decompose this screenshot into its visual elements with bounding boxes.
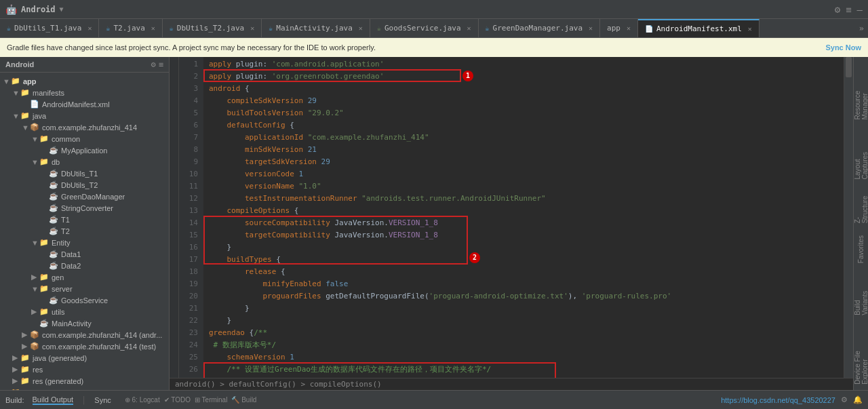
xml-file-icon: 📄 <box>645 25 653 33</box>
local-icon[interactable]: ⊕ 6: Logcat <box>125 396 160 404</box>
arrow-icon: ▶ <box>12 365 20 374</box>
tree-item-gen[interactable]: ▶ 📁 gen <box>0 271 169 283</box>
z-structure-vtab[interactable]: Z-Structure <box>852 186 869 229</box>
tab-close-icon[interactable]: ✕ <box>589 24 593 32</box>
folder-icon: 📁 <box>39 284 49 293</box>
tree-item-package[interactable]: ▼ 📦 com.example.zhufanzhi_414 <box>0 121 169 133</box>
favorites-vtab[interactable]: Favorites <box>856 230 866 269</box>
sidebar-menu-icon[interactable]: ≡ <box>159 60 163 69</box>
code-content[interactable]: 1 2 3 apply plugin: 'com.android.applica… <box>203 57 844 378</box>
tree-item-myapplication[interactable]: ☕ MyApplication <box>0 144 169 156</box>
tree-item-greendao[interactable]: ☕ GreenDaoManager <box>0 191 169 202</box>
java-file-icon: ☕ <box>39 319 49 328</box>
arrow-icon: ▶ <box>12 376 20 385</box>
tab-t2[interactable]: ☕ T2.java ✕ <box>99 19 162 37</box>
code-line: } <box>209 303 844 315</box>
tree-label: manifests <box>33 89 64 97</box>
tab-close-icon[interactable]: ✕ <box>748 25 752 33</box>
line-numbers: 12345 678910 1112131415 1617181920 21222… <box>179 57 203 378</box>
layout-captures-vtab[interactable]: Layout Captures <box>852 127 869 185</box>
tree-label: app <box>23 77 37 85</box>
tab-goodsservice[interactable]: ☕ GoodsService.java ✕ <box>370 19 479 37</box>
tree-label: DbUtils_T1 <box>61 170 98 178</box>
sync-now-button[interactable]: Sync Now <box>825 43 861 52</box>
breadcrumb: android() > defaultConfig() > compileOpt… <box>175 380 382 389</box>
menu-icon[interactable]: ≡ <box>846 4 851 15</box>
tree-item-stringconverter[interactable]: ☕ StringConverter <box>0 202 169 214</box>
settings-icon[interactable]: ⚙ <box>835 4 840 15</box>
vertical-scrollbar[interactable] <box>844 57 853 378</box>
java-file-icon: ☕ <box>49 227 58 235</box>
tab-mainactivity[interactable]: ☕ MainActivity.java ✕ <box>262 19 370 37</box>
tab-label: DbUtils_T1.java <box>14 24 81 33</box>
tree-item-dbutilst1[interactable]: ☕ DbUtils_T1 <box>0 168 169 179</box>
tab-label: MainActivity.java <box>276 24 353 33</box>
tree-label: utils <box>52 308 65 316</box>
tab-close-icon[interactable]: ✕ <box>467 24 471 32</box>
package-icon: 📦 <box>30 330 39 339</box>
tab-label: AndroidManifest.xml <box>656 24 742 33</box>
minimize-icon[interactable]: — <box>857 4 863 15</box>
tab-androidmanifest[interactable]: 📄 AndroidManifest.xml ✕ <box>638 19 760 37</box>
tree-item-androidmanifest[interactable]: 📄 AndroidManifest.xml <box>0 98 169 110</box>
tree-label: java (generated) <box>33 354 87 362</box>
tree-item-manifests[interactable]: ▼ 📁 manifests <box>0 87 169 98</box>
tab-dbutilst1[interactable]: ☕ DbUtils_T1.java ✕ <box>0 19 99 37</box>
notifications-icon[interactable]: 🔔 <box>853 395 863 404</box>
build-icon[interactable]: 🔨 Build <box>231 396 256 404</box>
tree-item-data1[interactable]: ☕ Data1 <box>0 248 169 260</box>
tree-item-java-generated[interactable]: ▶ 📁 java (generated) <box>0 352 169 364</box>
tree-item-server[interactable]: ▼ 📁 server <box>0 283 169 294</box>
tab-close-icon[interactable]: ✕ <box>87 24 92 32</box>
tree-item-res[interactable]: ▶ 📁 res <box>0 364 169 375</box>
tree-item-data2[interactable]: ☕ Data2 <box>0 260 169 271</box>
tree-item-goodsservice[interactable]: ☕ GoodsService <box>0 294 169 306</box>
java-file-icon: ☕ <box>49 169 58 178</box>
build-variants-vtab[interactable]: Build Variants <box>852 271 869 321</box>
dropdown-icon[interactable]: ▼ <box>60 5 64 13</box>
tab-greendaomanager[interactable]: ☕ GreenDaoManager.java ✕ <box>479 19 601 37</box>
arrow-icon: ▶ <box>22 342 30 351</box>
tab-close-icon[interactable]: ✕ <box>250 24 254 32</box>
tab-dbutilst2[interactable]: ☕ DbUtils_T2.java ✕ <box>163 19 262 37</box>
tree-item-pkg-test[interactable]: ▶ 📦 com.example.zhufanzhi_414 (test) <box>0 340 169 352</box>
device-file-explorer-vtab[interactable]: Device File Explorer <box>852 322 869 390</box>
java-file-icon: ☕ <box>49 180 58 189</box>
tree-label: GoodsService <box>61 296 108 305</box>
code-line: versionCode 1 <box>209 168 844 180</box>
top-bar-icons: ⚙ ≡ — <box>835 4 863 15</box>
sync-button[interactable]: Sync <box>94 396 111 404</box>
tab-overflow[interactable]: » <box>855 19 868 37</box>
tab-close-icon[interactable]: ✕ <box>151 24 155 32</box>
code-line: buildTypes { <box>209 254 844 266</box>
tree-item-t1[interactable]: ☕ T1 <box>0 214 169 225</box>
tree-item-common[interactable]: ▼ 📁 common <box>0 133 169 144</box>
tab-close-icon[interactable]: ✕ <box>359 24 363 32</box>
tree-label: com.example.zhufanzhi_414 (andr... <box>42 331 162 339</box>
tree-item-t2[interactable]: ☕ T2 <box>0 225 169 237</box>
tree-item-mainactivity[interactable]: ☕ MainActivity <box>0 317 169 329</box>
tab-close-icon[interactable]: ✕ <box>627 24 631 32</box>
tree-label: StringConverter <box>61 204 113 212</box>
settings-icon[interactable]: ⚙ <box>841 395 848 404</box>
tree-item-db[interactable]: ▼ 📁 db <box>0 156 169 168</box>
tab-app[interactable]: app ✕ <box>600 19 638 37</box>
java-file-icon: ☕ <box>49 261 58 270</box>
folder-icon: 📁 <box>20 111 30 120</box>
terminal-icon[interactable]: ⊞ Terminal <box>195 396 227 404</box>
tree-item-pkg-android[interactable]: ▶ 📦 com.example.zhufanzhi_414 (andr... <box>0 329 169 340</box>
tree-item-res-generated[interactable]: ▶ 📁 res (generated) <box>0 375 169 387</box>
sidebar-title: Android <box>5 60 34 69</box>
build-output-button[interactable]: Build Output <box>33 395 74 405</box>
resource-manager-vtab[interactable]: Resource Manager <box>852 60 869 125</box>
sidebar-gear-icon[interactable]: ⚙ <box>151 60 156 69</box>
tree-label: com.example.zhufanzhi_414 (test) <box>42 343 156 351</box>
tree-item-utils[interactable]: ▶ 📁 utils <box>0 306 169 317</box>
bottom-status: https://blog.csdn.net/qq_43520227 ⚙ 🔔 <box>721 395 863 404</box>
tree-item-app[interactable]: ▼ 📁 app <box>0 75 169 87</box>
tree-item-entity[interactable]: ▼ 📁 Entity <box>0 237 169 248</box>
tree-item-dbutilst2[interactable]: ☕ DbUtils_T2 <box>0 179 169 191</box>
todo-icon[interactable]: ✔ TODO <box>164 396 191 404</box>
xml-file-icon: 📄 <box>30 100 39 109</box>
tree-item-java[interactable]: ▼ 📁 java <box>0 110 169 121</box>
